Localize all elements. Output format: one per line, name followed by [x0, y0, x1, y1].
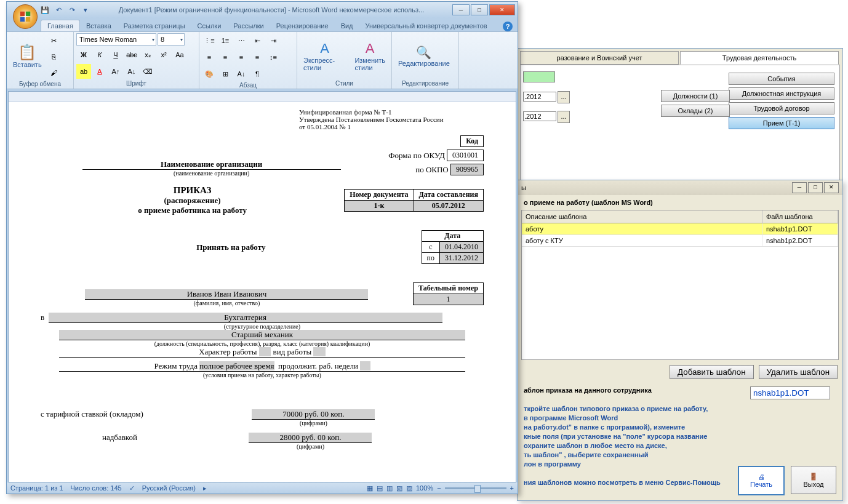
date-field-2[interactable]: .2012	[523, 111, 556, 121]
justify-icon[interactable]: ≡	[250, 50, 265, 65]
tab-education[interactable]: разование и Воинский учет	[520, 51, 679, 65]
salaries-button[interactable]: Оклады (2)	[661, 105, 730, 117]
status-words[interactable]: Число слов: 145	[71, 484, 122, 492]
date-picker-1[interactable]: ...	[558, 91, 570, 103]
editing-button[interactable]: 🔍 Редактирование	[394, 33, 454, 79]
table-row[interactable]: аботу nshab1p1.DOT	[522, 223, 838, 235]
zoom-out-icon[interactable]: −	[437, 484, 441, 492]
view-draft-icon[interactable]: ▨	[406, 484, 412, 492]
close-icon[interactable]: ✕	[824, 182, 839, 193]
document-scroll[interactable]: Унифицированная форма № Т-1 Утверждена П…	[9, 102, 516, 482]
multilevel-icon[interactable]: ⋯	[234, 33, 249, 48]
svg-rect-3	[26, 17, 30, 22]
grow-font-icon[interactable]: A↑	[108, 64, 123, 79]
clear-format-icon[interactable]: ⌫	[140, 64, 155, 79]
tab-work-activity[interactable]: Трудовая деятельность	[680, 51, 839, 65]
col-description[interactable]: Описание шаблона	[522, 210, 762, 223]
subscript-icon[interactable]: x₂	[140, 47, 155, 62]
view-print-icon[interactable]: ▦	[367, 484, 373, 492]
sort-icon[interactable]: A↓	[234, 66, 249, 81]
italic-icon[interactable]: К	[92, 47, 107, 62]
template-grid[interactable]: Описание шаблона Файл шаблона аботу nsha…	[521, 210, 839, 360]
change-styles-button[interactable]: A Изменить стили	[351, 33, 389, 79]
redo-icon[interactable]: ↷	[67, 5, 77, 15]
template-filename-input[interactable]	[750, 386, 830, 399]
qat-dropdown-icon[interactable]: ▾	[81, 5, 90, 15]
ruler[interactable]	[9, 92, 516, 102]
exit-button[interactable]: 🚪 Выход	[791, 466, 836, 494]
help-icon[interactable]: ?	[503, 22, 513, 31]
tab-mailings[interactable]: Рассылки	[227, 20, 270, 31]
find-icon: 🔍	[416, 45, 431, 60]
show-marks-icon[interactable]: ¶	[250, 66, 265, 81]
font-size-combo[interactable]: 8	[158, 33, 185, 46]
template-caption: о приеме на работу (шаблон MS Word)	[518, 195, 842, 210]
view-web-icon[interactable]: ▥	[386, 484, 393, 492]
green-field[interactable]	[523, 71, 555, 82]
status-spell-icon[interactable]: ✓	[129, 484, 135, 492]
format-painter-icon[interactable]: 🖌	[47, 65, 62, 80]
status-bar: Страница: 1 из 1 Число слов: 145 ✓ Русск…	[7, 482, 518, 494]
status-macro-icon[interactable]: ▸	[203, 484, 207, 492]
events-button[interactable]: События	[729, 73, 834, 85]
order-t1-button[interactable]: Прием (Т-1)	[729, 117, 834, 129]
status-language[interactable]: Русский (Россия)	[142, 484, 196, 492]
view-outline-icon[interactable]: ▧	[396, 484, 402, 492]
font-color-icon[interactable]: A	[92, 64, 107, 79]
line-spacing-icon[interactable]: ↕≡	[266, 50, 281, 65]
zoom-level[interactable]: 100%	[416, 484, 433, 492]
office-button[interactable]	[13, 4, 38, 29]
zoom-slider[interactable]	[445, 487, 506, 489]
highlight-icon[interactable]: ab	[76, 64, 91, 79]
add-template-button[interactable]: Добавить шаблон	[670, 365, 753, 379]
strikethrough-icon[interactable]: abc	[124, 47, 139, 62]
maximize-icon[interactable]: □	[808, 182, 823, 193]
positions-button[interactable]: Должности (1)	[661, 90, 730, 102]
zoom-in-icon[interactable]: +	[510, 484, 514, 492]
date-picker-2[interactable]: ...	[558, 111, 570, 123]
tab-converter[interactable]: Универсальный конвертер документов	[359, 20, 494, 31]
quick-styles-button[interactable]: A Экспресс-стили	[300, 33, 350, 79]
tab-references[interactable]: Ссылки	[191, 20, 228, 31]
labor-contract-button[interactable]: Трудовой договор	[729, 102, 834, 114]
status-page[interactable]: Страница: 1 из 1	[10, 484, 63, 492]
copy-icon[interactable]: ⎘	[47, 49, 62, 64]
shrink-font-icon[interactable]: A↓	[124, 64, 139, 79]
align-left-icon[interactable]: ≡	[202, 50, 217, 65]
delete-template-button[interactable]: Удалить шаблон	[759, 365, 838, 379]
tab-page-layout[interactable]: Разметка страницы	[118, 20, 191, 31]
maximize-icon[interactable]: □	[471, 4, 488, 15]
minimize-icon[interactable]: ─	[452, 4, 470, 15]
align-center-icon[interactable]: ≡	[218, 50, 233, 65]
tab-home[interactable]: Главная	[41, 20, 80, 31]
tab-insert[interactable]: Вставка	[80, 20, 118, 31]
shading-icon[interactable]: 🎨	[202, 66, 217, 81]
minimize-icon[interactable]: ─	[792, 182, 807, 193]
align-right-icon[interactable]: ≡	[234, 50, 249, 65]
print-button[interactable]: 🖨 Печать	[738, 466, 785, 495]
change-case-icon[interactable]: Aa	[172, 47, 187, 62]
tab-review[interactable]: Рецензирование	[270, 20, 335, 31]
table-row[interactable]: аботу с КТУ nshab1p2.DOT	[522, 235, 838, 247]
save-icon[interactable]: 💾	[40, 5, 50, 15]
view-read-icon[interactable]: ▤	[377, 484, 383, 492]
cut-icon[interactable]: ✂	[47, 33, 62, 48]
tab-view[interactable]: Вид	[335, 20, 359, 31]
clipboard-icon: 📋	[18, 44, 36, 61]
font-name-combo[interactable]: Times New Roman	[76, 33, 156, 46]
job-instruction-button[interactable]: Должностная инструкция	[729, 87, 834, 100]
indent-dec-icon[interactable]: ⇤	[250, 33, 265, 48]
undo-icon[interactable]: ↶	[54, 5, 63, 15]
close-icon[interactable]: ✕	[489, 4, 515, 15]
date-field-1[interactable]: .2012	[523, 92, 556, 102]
col-filename[interactable]: Файл шаблона	[762, 210, 838, 223]
indent-inc-icon[interactable]: ⇥	[266, 33, 281, 48]
superscript-icon[interactable]: x²	[156, 47, 171, 62]
borders-icon[interactable]: ⊞	[218, 66, 233, 81]
bold-icon[interactable]: Ж	[76, 47, 91, 62]
paste-button[interactable]: 📋 Вставить	[9, 33, 46, 79]
underline-icon[interactable]: Ч	[108, 47, 123, 62]
bullets-icon[interactable]: ⋮≡	[202, 33, 217, 48]
numbering-icon[interactable]: 1≡	[218, 33, 233, 48]
word-titlebar: 💾 ↶ ↷ ▾ Документ1 [Режим ограниченной фу…	[7, 2, 518, 18]
